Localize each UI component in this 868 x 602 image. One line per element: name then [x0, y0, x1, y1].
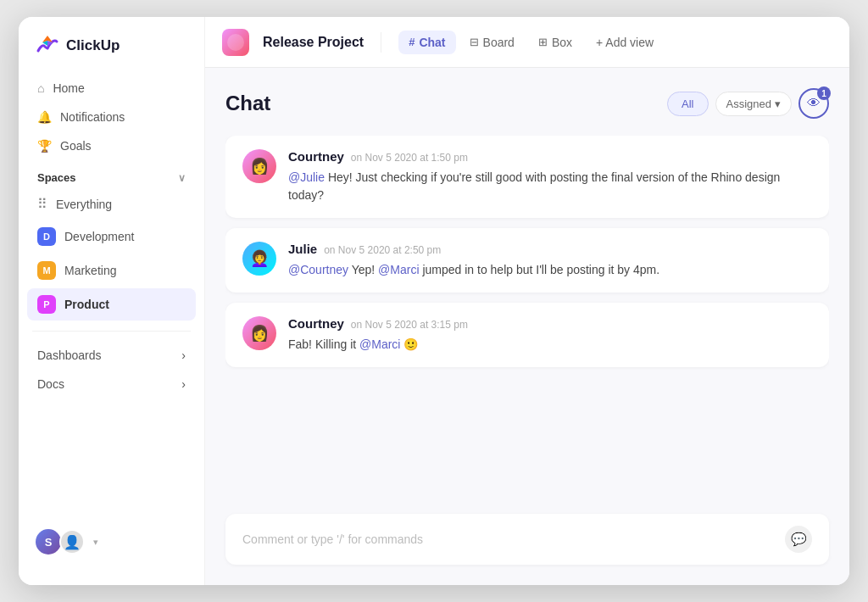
message-1-text: @Julie Hey! Just checking if you're stil…: [288, 169, 812, 204]
message-1-author: Courtney: [288, 149, 344, 164]
board-tab-label: Board: [483, 36, 515, 49]
message-1-header: Courtney on Nov 5 2020 at 1:50 pm: [288, 149, 812, 164]
message-3-content: Courtney on Nov 5 2020 at 3:15 pm Fab! K…: [288, 316, 812, 354]
everything-icon: ⠿: [37, 196, 47, 212]
assigned-chevron-icon: ▾: [775, 98, 781, 110]
message-1-content: Courtney on Nov 5 2020 at 1:50 pm @Julie…: [288, 149, 812, 204]
tab-chat[interactable]: # Chat: [398, 31, 455, 54]
svg-point-3: [227, 34, 244, 51]
chat-filters: All Assigned ▾ 👁 1: [667, 88, 829, 119]
user-avatar-secondary[interactable]: 👤: [59, 529, 85, 555]
dashboards-chevron-icon: ›: [181, 348, 186, 362]
message-1-body: Hey! Just checking if you're still good …: [288, 170, 780, 202]
sidebar-bottom-nav: Dashboards › Docs ›: [19, 342, 204, 398]
development-badge: D: [37, 227, 56, 246]
message-3-avatar: 👩: [242, 316, 276, 350]
sidebar-item-docs[interactable]: Docs ›: [27, 371, 196, 398]
message-2-content: Julie on Nov 5 2020 at 2:50 pm @Courtney…: [288, 242, 812, 279]
tab-box[interactable]: ⊞ Box: [528, 31, 582, 54]
product-label: Product: [64, 298, 109, 311]
sidebar-goals-label: Goals: [60, 139, 92, 153]
sidebar-item-marketing[interactable]: M Marketing: [27, 254, 196, 287]
message-3-header: Courtney on Nov 5 2020 at 3:15 pm: [288, 316, 812, 331]
rocket-icon: 🚀: [227, 34, 244, 51]
sidebar-footer: S 👤 ▾: [19, 516, 204, 568]
chat-area: Chat All Assigned ▾ 👁 1: [205, 68, 849, 585]
chat-title: Chat: [225, 92, 270, 115]
logo: ClickUp: [19, 34, 204, 75]
message-2-header: Julie on Nov 5 2020 at 2:50 pm: [288, 242, 812, 256]
topbar: 🚀 Release Project # Chat ⊟ Board ⊞ Box: [205, 17, 849, 68]
julie-avatar-face: 👩‍🦱: [242, 242, 276, 276]
eye-button[interactable]: 👁 1: [798, 88, 829, 119]
spaces-list: ⠿ Everything D Development M Marketing P…: [19, 189, 204, 321]
message-2-time: on Nov 5 2020 at 2:50 pm: [324, 244, 441, 256]
app-name: ClickUp: [66, 37, 120, 54]
box-tab-icon: ⊞: [538, 36, 548, 48]
message-3-mention: @Marci: [359, 337, 400, 351]
spaces-section-header: Spaces ∨: [19, 159, 204, 189]
dashboards-label: Dashboards: [37, 348, 102, 362]
user-avatar-s[interactable]: S: [36, 529, 61, 555]
sidebar-item-everything[interactable]: ⠿ Everything: [27, 189, 196, 219]
sidebar-item-home[interactable]: ⌂ Home: [27, 75, 196, 102]
message-2-text-after: jumped in to help but I'll be posting it…: [420, 263, 660, 276]
clickup-logo-icon: [36, 34, 59, 58]
add-view-label: + Add view: [596, 36, 654, 49]
message-1-time: on Nov 5 2020 at 1:50 pm: [351, 152, 468, 164]
sidebar-home-label: Home: [53, 81, 84, 95]
message-3-text-before: Fab! Killing it: [288, 337, 359, 351]
sidebar-item-dashboards[interactable]: Dashboards ›: [27, 342, 196, 369]
message-3-text: Fab! Killing it @Marci 🙂: [288, 336, 812, 354]
goals-icon: 🏆: [37, 139, 52, 153]
sidebar-item-product[interactable]: P Product: [27, 288, 196, 321]
message-3-author: Courtney: [288, 316, 344, 331]
courtney-avatar-face: 👩: [242, 149, 276, 183]
messages-list: 👩 Courtney on Nov 5 2020 at 1:50 pm @Jul…: [225, 136, 829, 500]
courtney-avatar-face-2: 👩: [242, 316, 276, 350]
chat-header: Chat All Assigned ▾ 👁 1: [225, 88, 829, 119]
marketing-badge: M: [37, 261, 56, 280]
message-2-text-before: Yep!: [348, 263, 378, 276]
sidebar: ClickUp ⌂ Home 🔔 Notifications 🏆 Goals S…: [19, 17, 205, 585]
sidebar-item-development[interactable]: D Development: [27, 220, 196, 253]
tab-board[interactable]: ⊟ Board: [459, 31, 525, 54]
message-3-time: on Nov 5 2020 at 3:15 pm: [351, 319, 468, 331]
marketing-label: Marketing: [64, 264, 116, 277]
message-2-text: @Courtney Yep! @Marci jumped in to help …: [288, 261, 812, 279]
add-view-button[interactable]: + Add view: [586, 31, 664, 54]
message-2-avatar: 👩‍🦱: [242, 242, 276, 276]
tab-nav: # Chat ⊟ Board ⊞ Box + Add view: [398, 31, 664, 54]
message-2-mention2: @Marci: [378, 263, 419, 276]
comment-box[interactable]: Comment or type '/' for commands 💬: [225, 514, 829, 565]
user-initial: S: [45, 536, 53, 549]
spaces-chevron-icon[interactable]: ∨: [178, 172, 186, 184]
assigned-label: Assigned: [726, 98, 771, 110]
message-1-avatar: 👩: [242, 149, 276, 183]
message-3-text-after: 🙂: [400, 337, 418, 351]
app-window: ClickUp ⌂ Home 🔔 Notifications 🏆 Goals S…: [19, 17, 849, 585]
box-tab-label: Box: [552, 36, 572, 49]
docs-label: Docs: [37, 377, 64, 391]
eye-badge: 1: [817, 86, 831, 100]
message-3: 👩 Courtney on Nov 5 2020 at 3:15 pm Fab!…: [225, 303, 829, 367]
chat-tab-icon: #: [409, 36, 415, 48]
message-2-mention: @Courtney: [288, 263, 348, 276]
message-2-author: Julie: [288, 242, 317, 256]
filter-assigned-dropdown[interactable]: Assigned ▾: [715, 92, 792, 116]
project-title: Release Project: [263, 35, 364, 50]
footer-chevron-icon[interactable]: ▾: [93, 537, 98, 548]
product-badge: P: [37, 295, 56, 314]
bell-icon: 🔔: [37, 110, 52, 124]
sidebar-item-goals[interactable]: 🏆 Goals: [27, 132, 196, 159]
message-1: 👩 Courtney on Nov 5 2020 at 1:50 pm @Jul…: [225, 136, 829, 218]
filter-all-button[interactable]: All: [667, 92, 708, 116]
project-icon: 🚀: [222, 29, 249, 56]
sidebar-divider: [32, 331, 191, 332]
board-tab-icon: ⊟: [470, 36, 479, 48]
user-avatar-icon: 👤: [64, 534, 81, 550]
development-label: Development: [64, 230, 135, 243]
comment-send-button[interactable]: 💬: [785, 526, 812, 553]
sidebar-item-notifications[interactable]: 🔔 Notifications: [27, 103, 196, 131]
spaces-label: Spaces: [37, 171, 76, 184]
